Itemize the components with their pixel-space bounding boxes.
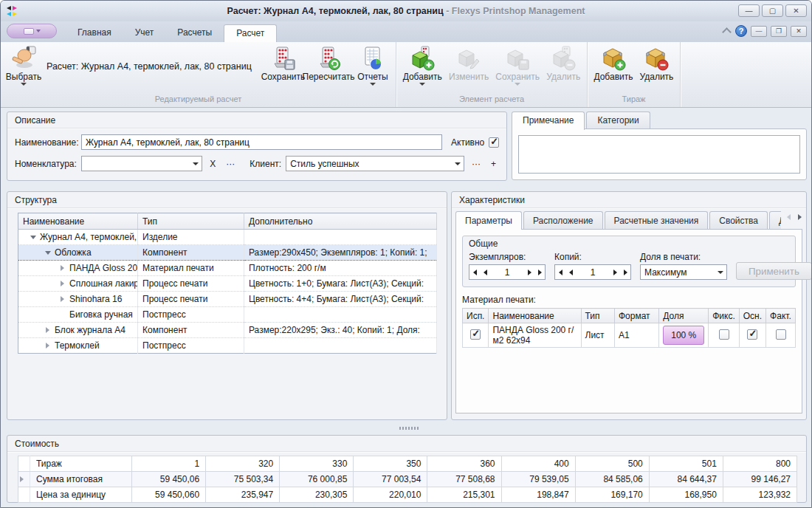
- tree-row[interactable]: Сплошная лакировк Процесс печати Цветнос…: [18, 276, 437, 292]
- tab-categories[interactable]: Категории: [586, 111, 650, 129]
- save-calc-button[interactable]: Сохранить: [262, 44, 304, 82]
- tab-layout[interactable]: Расположение: [523, 211, 603, 230]
- select-calc-button[interactable]: Выбрать: [4, 44, 44, 86]
- close-button[interactable]: ✕: [785, 4, 807, 17]
- spin-down-icon[interactable]: [480, 270, 490, 275]
- tab-raschet[interactable]: Расчет: [224, 24, 277, 42]
- expand-row-icon[interactable]: [20, 476, 24, 482]
- note-textarea[interactable]: [518, 135, 800, 174]
- help-icon[interactable]: ?: [735, 25, 747, 37]
- spin-first-icon[interactable]: [555, 270, 565, 275]
- tree-row-selected[interactable]: Обложка Компонент Размер:290х450; Экземп…: [18, 245, 437, 261]
- tab-calc-values[interactable]: Расчетные значения: [605, 211, 709, 230]
- spin-last-icon[interactable]: [534, 270, 545, 275]
- expand-arrow-icon[interactable]: [29, 236, 37, 239]
- used-checkbox[interactable]: [470, 329, 481, 340]
- col-fact[interactable]: Факт.: [766, 309, 796, 323]
- fact-checkbox[interactable]: [776, 329, 786, 340]
- mdi-minimize-button[interactable]: —: [751, 26, 767, 37]
- costs-table: Тираж 1 320 330 350 360 400 500 501 800 …: [18, 456, 797, 503]
- col-type[interactable]: Тип: [581, 309, 614, 323]
- group-caption-editable-calc: Редактируемый расчет: [1, 95, 396, 107]
- tab-raschety[interactable]: Расчеты: [165, 24, 224, 42]
- collapse-arrow-icon[interactable]: [44, 343, 52, 349]
- cost-cell: 320: [206, 456, 280, 472]
- tab-additional[interactable]: Дополнен: [769, 211, 781, 230]
- collapse-arrow-icon[interactable]: [58, 281, 66, 286]
- client-ellipsis-button[interactable]: ···: [469, 157, 484, 171]
- col-main[interactable]: Осн.: [739, 309, 765, 323]
- collapse-arrow-icon[interactable]: [44, 327, 52, 333]
- col-fixed[interactable]: Фикс.: [709, 309, 740, 323]
- tree-row[interactable]: Shinohara 16 Процесс печати Цветность: 4…: [18, 292, 437, 307]
- mdi-restore-button[interactable]: ❐: [771, 26, 787, 37]
- column-header-type[interactable]: Тип: [138, 213, 244, 230]
- tab-scroll-right-icon[interactable]: [798, 214, 802, 220]
- main-content: Описание Наименование: Активно Номенклат…: [1, 108, 811, 507]
- cost-cell: 168,950: [649, 487, 723, 503]
- splitter-handle[interactable]: [399, 427, 419, 430]
- print-share-combo[interactable]: Максимум: [640, 264, 727, 280]
- client-combo[interactable]: Стиль успешных: [286, 156, 464, 171]
- collapse-arrow-icon[interactable]: [58, 296, 66, 302]
- nomenclature-ellipsis-button[interactable]: ···: [223, 157, 238, 171]
- material-table: Исп. Наименование Тип Формат Доля Фикс. …: [462, 308, 796, 348]
- col-name[interactable]: Наименование: [489, 309, 581, 323]
- maximize-button[interactable]: ▢: [762, 4, 783, 17]
- cost-cell: 84 585,06: [575, 472, 649, 487]
- col-used[interactable]: Исп.: [463, 309, 489, 323]
- nomenclature-combo[interactable]: [81, 156, 202, 171]
- tab-scroll-left-icon[interactable]: [787, 214, 791, 220]
- tree-row[interactable]: Биговка ручная Постпресс: [18, 307, 437, 323]
- chevron-down-icon[interactable]: [190, 157, 202, 171]
- minimize-button[interactable]: —: [738, 4, 760, 17]
- tab-glavnaya[interactable]: Главная: [66, 24, 123, 42]
- tirazh-delete-button[interactable]: Удалить: [636, 44, 677, 82]
- col-share[interactable]: Доля: [659, 309, 709, 323]
- tree-row-extra: [244, 307, 437, 323]
- share-value-button[interactable]: 100 %: [663, 326, 704, 345]
- tree-row[interactable]: Термоклей Постпресс: [18, 338, 437, 354]
- tree-row[interactable]: ПАНДА Gloss 200 г/м Материал печати Плот…: [18, 261, 437, 276]
- chevron-down-icon[interactable]: [715, 265, 726, 279]
- tab-note[interactable]: Примечание: [512, 111, 585, 130]
- reports-button[interactable]: Отчеты: [353, 44, 393, 86]
- column-header-name[interactable]: Наименование: [18, 213, 138, 230]
- cost-cell: 330: [280, 456, 354, 472]
- cost-cell: 360: [427, 456, 501, 472]
- spin-up-icon[interactable]: [610, 270, 620, 275]
- col-format[interactable]: Формат: [614, 309, 658, 323]
- tab-uchet[interactable]: Учет: [123, 24, 166, 42]
- tab-properties[interactable]: Свойства: [709, 211, 768, 230]
- instances-spinner[interactable]: 1: [554, 264, 631, 280]
- material-row[interactable]: ПАНДА Gloss 200 г/м2 62х94 Лист А1 100 %: [463, 323, 796, 348]
- app-menu-button[interactable]: [7, 24, 57, 38]
- instances-label: Копий:: [554, 252, 631, 262]
- column-header-extra[interactable]: Дополнительно: [244, 213, 437, 230]
- tree-row[interactable]: Блок журнала А4 Компонент Размер:220х295…: [18, 323, 437, 338]
- spin-up-icon[interactable]: [524, 270, 534, 275]
- client-add-button[interactable]: +: [488, 157, 499, 171]
- tree-row[interactable]: Журнал А4, термоклей, лак Изделие: [18, 230, 437, 245]
- copies-spinner[interactable]: 1: [469, 264, 546, 280]
- tab-parameters[interactable]: Параметры: [455, 211, 522, 230]
- tree-row-name: ПАНДА Gloss 200 г/м: [69, 263, 138, 273]
- main-checkbox[interactable]: [747, 329, 757, 340]
- name-input[interactable]: [81, 134, 442, 150]
- element-add-button[interactable]: Добавить: [399, 44, 445, 86]
- active-checkbox[interactable]: [489, 137, 499, 148]
- nomenclature-clear-button[interactable]: X: [207, 157, 219, 171]
- fixed-checkbox[interactable]: [719, 329, 729, 340]
- tirazh-add-button[interactable]: Добавить: [591, 44, 636, 82]
- collapse-ribbon-icon[interactable]: [723, 28, 732, 34]
- spin-down-icon[interactable]: [565, 270, 576, 275]
- spin-first-icon[interactable]: [469, 270, 480, 275]
- tree-row-name: Журнал А4, термоклей, лак: [40, 232, 138, 242]
- mdi-close-button[interactable]: ✕: [791, 26, 807, 37]
- collapse-arrow-icon[interactable]: [58, 265, 66, 271]
- chevron-down-icon[interactable]: [452, 157, 464, 171]
- recalculate-button[interactable]: Пересчитать: [304, 44, 353, 82]
- spin-last-icon[interactable]: [620, 270, 630, 275]
- expand-arrow-icon[interactable]: [44, 251, 52, 255]
- cube-delete-icon: [551, 46, 576, 71]
